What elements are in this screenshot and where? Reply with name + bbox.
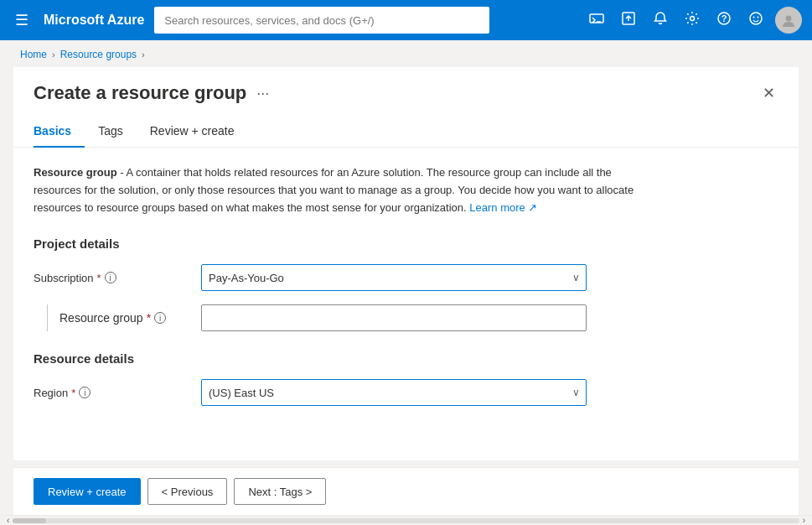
breadcrumb-resource-groups[interactable]: Resource groups [60,49,137,60]
svg-point-7 [750,13,762,24]
footer: Review + create < Previous Next : Tags > [13,467,799,515]
tab-tags[interactable]: Tags [85,116,137,148]
hamburger-icon[interactable]: ☰ [10,6,34,34]
resource-group-label: Resource group [59,311,143,325]
resource-group-control [201,304,587,331]
breadcrumb-sep-2: › [142,49,145,60]
svg-text:?: ? [721,13,727,23]
panel-header: Create a resource group ··· ✕ [13,67,799,116]
app-title: Microsoft Azure [44,13,144,28]
tab-review-create[interactable]: Review + create [137,116,248,148]
horizontal-scrollbar[interactable]: ‹ › [0,515,812,525]
subscription-row: Subscription * i Pay-As-You-Go Free Tria… [34,264,778,291]
description-text: Resource group - A container that holds … [34,164,637,216]
main-wrapper: Home › Resource groups › Create a resour… [0,40,812,525]
region-info-icon[interactable]: i [79,387,91,398]
subscription-select-wrapper: Pay-As-You-Go Free Trial Enterprise ∨ [201,264,587,291]
navbar-icons: ? [584,6,802,34]
region-label: Region * i [34,387,201,399]
cloud-shell-icon[interactable] [584,6,609,34]
help-icon[interactable]: ? [711,6,737,34]
settings-icon[interactable] [680,6,705,34]
svg-point-8 [753,17,755,18]
breadcrumb-home[interactable]: Home [20,49,47,60]
close-icon[interactable]: ✕ [759,81,778,106]
page-title: Create a resource group [34,82,246,104]
navbar: ☰ Microsoft Azure ? [0,0,812,40]
tab-basics[interactable]: Basics [34,116,85,148]
breadcrumb: Home › Resource groups › [0,40,812,60]
search-input[interactable] [154,7,489,34]
region-select-wrapper: (US) East US (US) East US 2 (US) West US… [201,379,587,406]
subscription-select[interactable]: Pay-As-You-Go Free Trial Enterprise [201,264,587,291]
scroll-left-icon[interactable]: ‹ [3,516,13,525]
page-container: Home › Resource groups › Create a resour… [0,40,812,525]
tabs: Basics Tags Review + create [13,116,799,148]
subscription-control: Pay-As-You-Go Free Trial Enterprise ∨ [201,264,587,291]
content-area: Resource group - A container that holds … [13,148,799,460]
next-button[interactable]: Next : Tags > [234,478,326,505]
indent-line [47,304,48,331]
resource-group-row: Resource group * i [34,304,778,331]
breadcrumb-sep-1: › [52,49,55,60]
resource-group-input[interactable] [201,304,587,331]
svg-point-9 [758,17,759,18]
project-details-section: Project details Subscription * i Pay-As-… [34,237,778,331]
resource-details-header: Resource details [34,351,778,366]
region-select[interactable]: (US) East US (US) East US 2 (US) West US… [201,379,587,406]
subscription-info-icon[interactable]: i [105,272,116,283]
subscription-label: Subscription * i [34,272,201,284]
notifications-icon[interactable] [648,6,673,34]
scrollbar-track[interactable] [13,518,799,523]
panel: Create a resource group ··· ✕ Basics Tag… [13,67,799,460]
avatar[interactable] [775,7,802,34]
region-required: * [71,387,75,399]
svg-point-4 [690,17,695,21]
smiley-icon[interactable] [743,6,768,34]
panel-menu-icon[interactable]: ··· [256,85,269,102]
learn-more-link[interactable]: Learn more ↗ [469,201,537,214]
scroll-right-icon[interactable]: › [799,516,809,525]
resource-group-info-icon[interactable]: i [154,312,166,324]
subscription-required: * [97,272,101,284]
scrollbar-thumb[interactable] [13,518,46,523]
project-details-header: Project details [34,237,778,251]
upload-icon[interactable] [616,6,641,34]
resource-details-section: Resource details Region * i (US) East US [34,351,778,406]
svg-point-10 [786,16,792,22]
resource-group-required: * [147,311,151,325]
region-row: Region * i (US) East US (US) East US 2 (… [34,379,778,406]
resource-group-label-wrapper: Resource group * i [47,304,201,331]
region-control: (US) East US (US) East US 2 (US) West US… [201,379,587,406]
review-create-button[interactable]: Review + create [34,478,141,505]
previous-button[interactable]: < Previous [147,478,228,505]
